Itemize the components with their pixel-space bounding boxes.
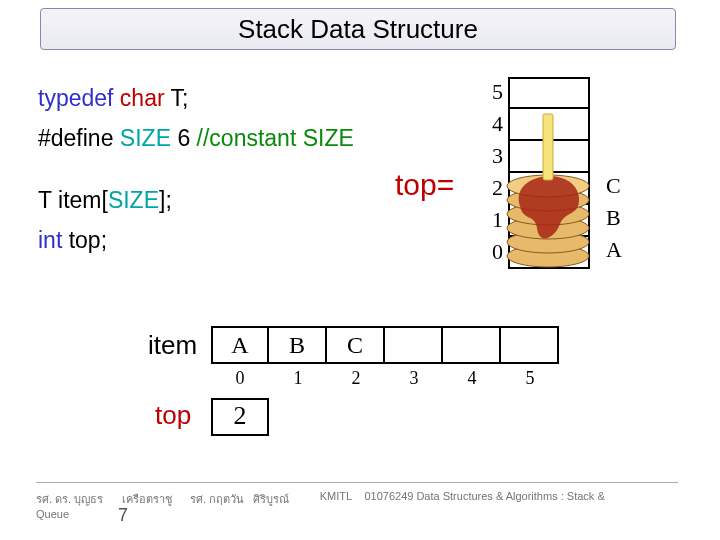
code-line-3: T item[SIZE]; [38,180,354,220]
footer-author: รศ. กฤตวัน [190,490,244,508]
array-cell: C [327,326,385,364]
code-token-size: SIZE [120,125,178,151]
code-token: #define [38,125,120,151]
code-line-2: #define SIZE 6 //constant SIZE [38,118,354,158]
code-token: ]; [159,187,172,213]
stack-cell [508,109,590,141]
top-pointer-label: top= [395,168,454,202]
array-index: 1 [269,368,327,389]
top-variable-value: 2 [211,398,269,436]
footer-row: รศ. ดร. บุญธร เครือตราชู รศ. กฤตวัน ศิริ… [36,490,678,508]
top-variable-label: top [155,400,191,431]
stack-index: 5 [483,76,503,108]
kw-char: char [120,85,171,111]
item-array-indices: 0 1 2 3 4 5 [211,368,559,389]
footer-author: รศ. ดร. บุญธร [36,490,103,508]
stack-index-column: 5 4 3 2 1 0 [483,76,503,268]
array-index: 5 [501,368,559,389]
stack-cell [508,205,590,237]
code-token: T; [171,85,189,111]
footer-divider [36,482,678,483]
footer-author: เครือตราชู [122,490,172,508]
stack-index: 0 [483,236,503,268]
array-index: 4 [443,368,501,389]
array-cell [385,326,443,364]
stack-index: 2 [483,172,503,204]
array-cell: B [269,326,327,364]
array-cell: A [211,326,269,364]
item-array-label: item [148,330,197,361]
stack-cell [508,77,590,109]
stack-cell [508,237,590,269]
stack-value: B [606,205,621,231]
array-cell [501,326,559,364]
code-token-size: SIZE [108,187,159,213]
code-token: T item[ [38,187,108,213]
array-index: 3 [385,368,443,389]
slide-number: 7 [118,505,128,526]
stack-cell [508,173,590,205]
stack-value: A [606,237,622,263]
array-index: 2 [327,368,385,389]
array-cell [443,326,501,364]
spacer [38,158,354,180]
footer-course: 01076249 Data Structures & Algorithms : … [364,490,604,508]
code-token: top; [69,227,107,253]
slide-title: Stack Data Structure [40,8,676,50]
stack-value: C [606,173,621,199]
footer-row-2: Queue [36,508,69,520]
code-line-1: typedef char T; [38,78,354,118]
code-line-4: int top; [38,220,354,260]
array-index: 0 [211,368,269,389]
stack-cell [508,141,590,173]
code-block: typedef char T; #define SIZE 6 //constan… [38,78,354,260]
stack-index: 1 [483,204,503,236]
code-token: 6 [177,125,196,151]
kw-int: int [38,227,69,253]
stack-index: 3 [483,140,503,172]
code-comment: //constant SIZE [197,125,354,151]
stack-index: 4 [483,108,503,140]
stack-boxes [508,77,590,269]
footer-author: ศิริบูรณ์ [253,490,289,508]
footer-center: KMITL [320,490,352,508]
item-array: A B C [211,326,559,364]
kw-typedef: typedef [38,85,120,111]
